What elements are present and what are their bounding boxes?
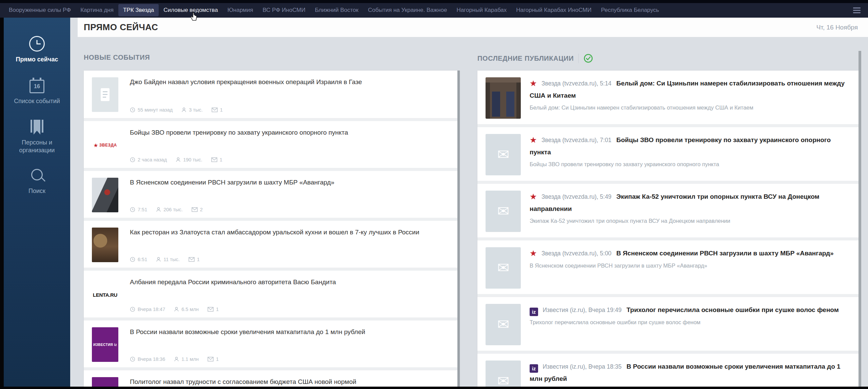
calendar-day-number: 16 bbox=[34, 83, 40, 90]
event-thumbnail: ЗВЕЗДА bbox=[92, 128, 118, 162]
document-placeholder-icon bbox=[101, 88, 110, 101]
event-comments: 1 bbox=[216, 356, 219, 362]
comments-icon bbox=[208, 307, 214, 312]
nav-tab-belarus[interactable]: Республика Беларусь bbox=[596, 4, 664, 16]
event-time: 6:51 bbox=[138, 257, 147, 262]
nav-tab-trk-zvezda[interactable]: ТРК Звезда bbox=[118, 4, 159, 16]
event-list-item[interactable]: ЗВЕЗДА Бойцы ЗВО провели тренировку по з… bbox=[84, 118, 460, 168]
time-icon bbox=[130, 356, 135, 362]
hamburger-menu-icon[interactable] bbox=[850, 5, 863, 15]
comments-icon bbox=[211, 157, 217, 162]
sidebar-item-live-now[interactable]: Прямо сейчас bbox=[4, 36, 70, 63]
publication-list-item[interactable]: Звезда (tvzvezda.ru), 7:01 Бойцы ЗВО про… bbox=[477, 124, 859, 181]
left-letterbox bbox=[0, 18, 4, 389]
event-title[interactable]: Джо Байден назвал условия прекращения во… bbox=[130, 77, 451, 87]
event-time: Вчера 18:36 bbox=[138, 356, 165, 362]
nav-tab-picture-of-day[interactable]: Картина дня bbox=[76, 4, 118, 16]
source-icon bbox=[530, 249, 537, 259]
comments-icon bbox=[212, 108, 218, 112]
publication-subtitle: Белый дом: Си Цзиньпин намерен стабилизи… bbox=[530, 104, 850, 112]
publication-thumbnail bbox=[486, 247, 521, 289]
nav-tab-ukraine-events[interactable]: События на Украине. Важное bbox=[363, 4, 452, 16]
source-icon bbox=[530, 79, 537, 90]
views-icon bbox=[181, 107, 186, 113]
event-comments: 1 bbox=[197, 257, 200, 262]
views-icon bbox=[156, 257, 161, 262]
views-icon bbox=[176, 157, 181, 162]
event-list-item[interactable]: ИЗВЕСТИЯ iz В России назвали возможные с… bbox=[84, 317, 460, 367]
event-views: 11 тыс. bbox=[163, 257, 179, 262]
event-list-item[interactable]: LENTA.RU Албания передала России кримина… bbox=[84, 268, 460, 317]
nav-tab-middle-east[interactable]: Ближний Восток bbox=[310, 4, 363, 16]
events-panel: Джо Байден назвал условия прекращения во… bbox=[84, 71, 460, 389]
sidebar-item-label: Список событий bbox=[11, 97, 63, 105]
publication-list-item[interactable]: Звезда (tvzvezda.ru), 5:00 В Ясненском с… bbox=[477, 237, 859, 294]
event-comments: 1 bbox=[220, 107, 223, 113]
publication-list-item[interactable]: iz Известия (iz.ru), Вчера 19:49 Трихоло… bbox=[477, 294, 859, 351]
sidebar-item-event-list[interactable]: 16 Список событий bbox=[4, 78, 70, 105]
publication-thumbnail bbox=[486, 191, 521, 232]
source-icon-label: iz bbox=[532, 309, 536, 315]
event-time: Вчера 18:47 bbox=[138, 307, 165, 312]
sidebar-item-label: Прямо сейчас bbox=[13, 56, 61, 63]
publication-list-item[interactable]: iz Известия (iz.ru), Вчера 18:35 В Росси… bbox=[477, 351, 859, 389]
publication-title[interactable]: Трихолог перечислила основные ошибки при… bbox=[627, 306, 839, 313]
event-meta: 2 часа назад 190 тыс. 1 bbox=[130, 157, 451, 162]
current-date: Чт, 16 Ноября bbox=[816, 24, 868, 31]
header-divider bbox=[578, 54, 579, 63]
sidebar-item-persons-orgs[interactable]: Персоны и организации bbox=[4, 120, 70, 155]
publication-source: Звезда (tvzvezda.ru), 5:14 bbox=[541, 80, 611, 87]
envelope-placeholder-icon bbox=[497, 374, 509, 388]
publication-subtitle: Трихолог перечислила основные ошибки при… bbox=[530, 318, 850, 326]
nav-tab-karabakh[interactable]: Нагорный Карабах bbox=[452, 4, 511, 16]
event-title[interactable]: Политолог назвал трудности с согласовани… bbox=[130, 377, 451, 387]
publication-thumbnail bbox=[486, 134, 521, 175]
views-icon bbox=[174, 307, 179, 312]
event-list-item[interactable]: ИЗВЕСТИЯ iz Политолог назвал трудности с… bbox=[84, 367, 460, 389]
publications-section-title: ПОСЛЕДНИЕ ПУБЛИКАЦИИ bbox=[477, 54, 593, 63]
top-letterbox bbox=[0, 0, 868, 3]
event-title[interactable]: В Ясненском соединении РВСН загрузили в … bbox=[130, 178, 451, 187]
time-icon bbox=[130, 207, 135, 212]
bottom-letterbox bbox=[0, 387, 868, 389]
event-list-item[interactable]: Джо Байден назвал условия прекращения во… bbox=[84, 71, 460, 118]
publication-list-item[interactable]: Звезда (tvzvezda.ru), 5:49 Экипаж Ка-52 … bbox=[477, 181, 859, 237]
envelope-placeholder-icon bbox=[497, 148, 509, 162]
nav-tab-security-agencies[interactable]: Силовые ведомства bbox=[159, 4, 222, 16]
event-title[interactable]: Как ресторан из Златоуста стал амбассадо… bbox=[130, 228, 451, 237]
page-scrollbar[interactable] bbox=[859, 51, 861, 387]
calendar-icon: 16 bbox=[29, 80, 44, 93]
event-meta: Вчера 18:47 6.5 млн 1 bbox=[130, 307, 451, 312]
event-meta: 7:51 206 тыс. 2 bbox=[130, 207, 451, 212]
status-check-icon bbox=[584, 54, 593, 63]
nav-tab-karabakh-inosmi[interactable]: Нагорный Карабах ИноСМИ bbox=[511, 4, 596, 16]
publication-list-item[interactable]: Звезда (tvzvezda.ru), 5:14 Белый дом: Си… bbox=[477, 71, 859, 124]
events-scrollbar[interactable] bbox=[457, 71, 460, 389]
nav-tab-yunarmiya[interactable]: Юнармия bbox=[223, 4, 258, 16]
publication-title[interactable]: В Ясненском соединении РВСН загрузили в … bbox=[616, 250, 834, 257]
event-title[interactable]: Бойцы ЗВО провели тренировку по захвату … bbox=[130, 128, 451, 137]
sidebar: Прямо сейчас 16 Список событий Персоны и… bbox=[4, 18, 70, 387]
event-title[interactable]: В России назвали возможные сроки увеличе… bbox=[130, 327, 451, 337]
event-thumbnail: ИЗВЕСТИЯ iz bbox=[92, 327, 118, 362]
bookmark-icon bbox=[31, 120, 43, 135]
publication-thumbnail bbox=[486, 77, 521, 119]
event-time: 55 минут назад bbox=[138, 107, 173, 113]
event-views: 6.5 млн bbox=[181, 307, 199, 312]
thumbnail-logo-text: ЗВЕЗДА bbox=[99, 143, 117, 148]
publication-subtitle: Бойцы ЗВО провели тренировку по захвату … bbox=[530, 160, 850, 168]
page-header: ПРЯМО СЕЙЧАС Чт, 16 Ноября bbox=[78, 18, 868, 37]
events-section-label: НОВЫЕ СОБЫТИЯ bbox=[84, 54, 150, 61]
event-list-item[interactable]: В Ясненском соединении РВСН загрузили в … bbox=[84, 168, 460, 218]
event-list-item[interactable]: Как ресторан из Златоуста стал амбассадо… bbox=[84, 218, 460, 268]
event-time: 2 часа назад bbox=[138, 157, 167, 162]
event-title[interactable]: Албания передала России криминального ав… bbox=[130, 277, 451, 287]
nav-tab-vs-rf-inosmi[interactable]: ВС РФ ИноСМИ bbox=[258, 4, 310, 16]
sidebar-item-search[interactable]: Поиск bbox=[4, 169, 70, 195]
publication-source: Звезда (tvzvezda.ru), 5:49 bbox=[541, 193, 611, 200]
time-icon bbox=[130, 307, 135, 312]
views-icon bbox=[174, 356, 179, 362]
publications-panel: Звезда (tvzvezda.ru), 5:14 Белый дом: Си… bbox=[477, 71, 859, 389]
nav-tab-armed-forces[interactable]: Вооруженные силы РФ bbox=[4, 4, 76, 16]
source-icon bbox=[530, 136, 537, 146]
